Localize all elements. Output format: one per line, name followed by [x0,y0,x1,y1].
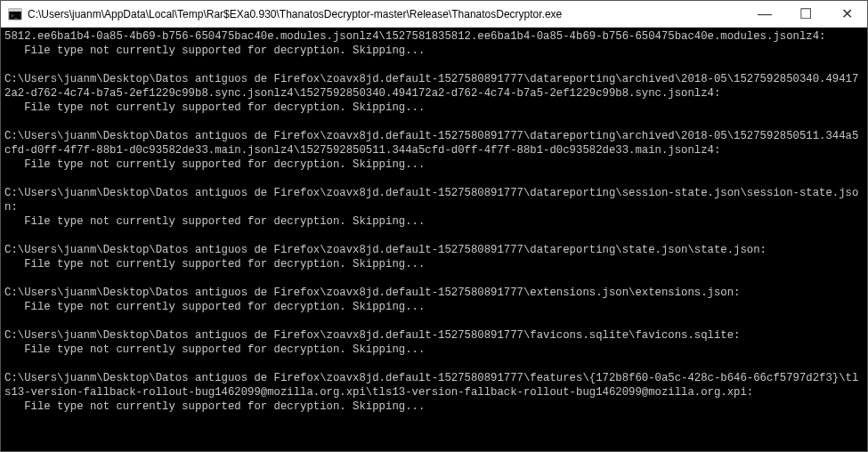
console-output[interactable]: 5812.ee6ba1b4-0a85-4b69-b756-650475bac40… [1,28,867,451]
app-window: >_ C:\Users\juanm\AppData\Local\Temp\Rar… [0,0,868,452]
blank-line [4,172,864,186]
console-path-line: C:\Users\juanm\Desktop\Datos antiguos de… [4,243,864,257]
close-icon: ✕ [841,5,853,22]
console-skip-line: File type not currently supported for de… [4,44,864,58]
window-controls: — ☐ ✕ [744,1,867,27]
console-icon: >_ [8,7,22,21]
console-skip-line: File type not currently supported for de… [4,400,864,414]
console-skip-line: File type not currently supported for de… [4,343,864,357]
blank-line [4,229,864,243]
close-button[interactable]: ✕ [826,1,867,27]
titlebar[interactable]: >_ C:\Users\juanm\AppData\Local\Temp\Rar… [1,1,867,28]
console-path-line: C:\Users\juanm\Desktop\Datos antiguos de… [4,328,864,343]
console-skip-line: File type not currently supported for de… [4,257,864,271]
minimize-button[interactable]: — [744,1,785,27]
maximize-button[interactable]: ☐ [785,1,826,27]
console-path-line: 5812.ee6ba1b4-0a85-4b69-b756-650475bac40… [4,29,864,44]
console-path-line: C:\Users\juanm\Desktop\Datos antiguos de… [4,186,864,214]
minimize-icon: — [758,6,772,22]
console-path-line: C:\Users\juanm\Desktop\Datos antiguos de… [4,129,864,157]
svg-text:>_: >_ [11,12,18,20]
console-skip-line: File type not currently supported for de… [4,101,864,115]
window-title: C:\Users\juanm\AppData\Local\Temp\Rar$EX… [28,8,744,20]
console-skip-line: File type not currently supported for de… [4,300,864,314]
console-skip-line: File type not currently supported for de… [4,214,864,229]
svg-rect-1 [9,9,21,12]
blank-line [4,314,864,328]
console-path-line: C:\Users\juanm\Desktop\Datos antiguos de… [4,371,864,400]
console-path-line: C:\Users\juanm\Desktop\Datos antiguos de… [4,286,864,300]
console-skip-line: File type not currently supported for de… [4,157,864,172]
console-path-line: C:\Users\juanm\Desktop\Datos antiguos de… [4,72,864,101]
maximize-icon: ☐ [799,5,812,22]
blank-line [4,271,864,286]
blank-line [4,58,864,72]
blank-line [4,357,864,371]
blank-line [4,115,864,129]
